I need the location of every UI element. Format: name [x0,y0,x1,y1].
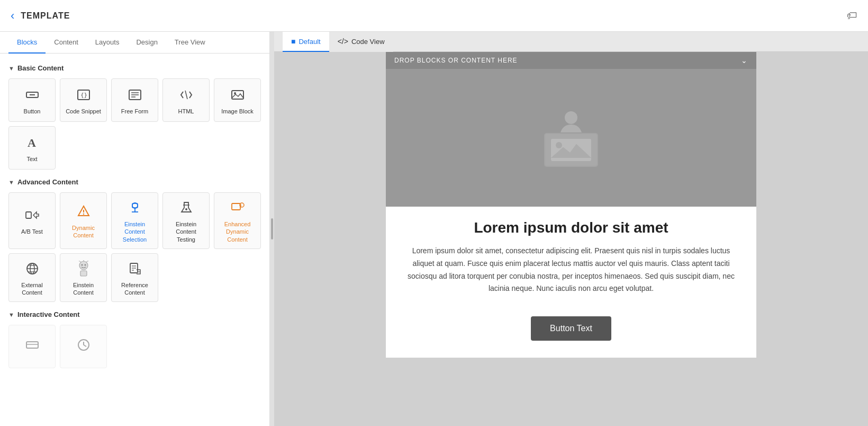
external-content-icon [23,259,42,278]
svg-point-15 [83,214,84,215]
canvas-tab-default[interactable]: ■ Default [283,32,329,52]
svg-text:!: ! [240,204,241,207]
block-item-dynamic-content[interactable]: Dynamic Content [60,192,107,249]
blocks-panel: ▼ Basic Content Button [0,54,269,426]
block-label-image-block: Image Block [221,108,254,115]
html-icon [177,85,196,104]
einstein-content-testing-icon [177,198,196,217]
svg-rect-12 [26,212,31,218]
content-heading: Lorem ipsum dolor sit amet [407,219,735,236]
block-item-interactive-2[interactable] [60,325,107,368]
image-placeholder [386,69,756,207]
tab-design[interactable]: Design [128,32,166,54]
reference-content-icon [125,259,144,278]
content-block: Lorem ipsum dolor sit amet Lorem ipsum d… [386,69,756,358]
text-icon: A [23,133,42,152]
block-label-dynamic-content: Dynamic Content [64,224,103,239]
svg-rect-22 [232,203,240,210]
enhanced-dynamic-content-icon: ! [228,198,247,217]
block-label-code-snippet: Code Snippet [66,108,101,115]
svg-text:A: A [28,136,36,149]
advanced-content-grid: A/B Test Dynamic Content [8,192,261,302]
block-item-reference-content[interactable]: Reference Content [111,253,158,303]
chevron-down-icon: ▼ [8,65,14,72]
right-panel: ■ Default </> Code View DROP BLOCKS OR C… [274,32,868,426]
block-item-ab-test[interactable]: A/B Test [8,192,56,249]
image-block-icon [228,85,247,104]
section-header-interactive-content[interactable]: ▼ Interactive Content [8,310,261,318]
basic-content-grid: Button {} Code Snippet [8,78,261,170]
panel-divider [270,32,274,426]
section-header-advanced-content[interactable]: ▼ Advanced Content [8,178,261,186]
interactive-content-grid [8,325,261,368]
block-label-button: Button [24,108,41,115]
block-item-einstein-content-selection[interactable]: Einstein Content Selection [111,192,158,249]
back-button[interactable]: ‹ [11,9,14,23]
free-form-icon [125,85,144,104]
tab-content[interactable]: Content [46,32,87,54]
svg-point-32 [84,264,86,265]
chevron-down-icon-interactive: ▼ [8,312,14,318]
block-label-external-content: External Content [12,281,52,297]
image-placeholder-icon [534,106,608,170]
canvas-tabs: ■ Default </> Code View [274,32,868,52]
canvas-area: DROP BLOCKS OR CONTENT HERE ⌄ [274,52,868,426]
content-text-area: Lorem ipsum dolor sit amet Lorem ipsum d… [386,207,756,304]
tab-tree-view[interactable]: Tree View [166,32,214,54]
block-item-image-block[interactable]: Image Block [214,78,261,122]
block-item-free-form[interactable]: Free Form [111,78,158,122]
content-body: Lorem ipsum dolor sit amet, consectetur … [407,245,735,295]
button-area: Button Text [386,316,756,341]
canvas-tab-code-view-label: Code View [351,38,385,46]
svg-rect-33 [80,271,87,276]
canvas-tab-default-label: Default [299,38,320,46]
header: ‹ TEMPLATE 🏷 [0,0,868,32]
block-item-external-content[interactable]: External Content [8,253,56,303]
tag-icon[interactable]: 🏷 [847,10,857,22]
chevron-down-icon-advanced: ▼ [8,179,14,185]
canvas-tab-code-view[interactable]: </> Code View [329,32,393,52]
interactive-1-icon [23,335,42,354]
svg-text:{}: {} [80,92,87,99]
svg-point-44 [565,111,577,124]
drop-zone-banner[interactable]: DROP BLOCKS OR CONTENT HERE ⌄ [386,52,756,69]
drop-zone-label: DROP BLOCKS OR CONTENT HERE [394,57,518,64]
block-item-interactive-1[interactable] [8,325,56,368]
block-label-enhanced-dynamic-content: Enhanced Dynamic Content [218,220,257,243]
block-label-einstein-content: Einstein Content [64,281,103,297]
code-icon: </> [338,37,348,46]
svg-rect-39 [26,342,38,348]
tab-blocks[interactable]: Blocks [8,32,46,54]
svg-point-30 [79,261,88,270]
block-item-enhanced-dynamic-content[interactable]: ! Enhanced Dynamic Content [214,192,261,249]
ab-test-icon [23,206,42,225]
block-item-button[interactable]: Button [8,78,56,122]
section-label-advanced-content: Advanced Content [17,178,78,186]
section-header-basic-content[interactable]: ▼ Basic Content [8,64,261,72]
block-label-html: HTML [178,108,194,115]
block-item-code-snippet[interactable]: {} Code Snippet [60,78,107,122]
dynamic-content-icon [74,202,93,221]
block-label-text: Text [26,155,37,163]
block-label-ab-test: A/B Test [21,228,43,235]
svg-rect-9 [232,91,243,99]
block-item-text[interactable]: A Text [8,126,56,170]
einstein-content-selection-icon [125,198,144,217]
block-item-einstein-content[interactable]: Einstein Content [60,253,107,303]
block-label-einstein-content-testing: Einstein Content Testing [166,220,206,243]
svg-line-43 [84,345,86,347]
block-item-einstein-content-testing[interactable]: Einstein Content Testing [162,192,210,249]
page-title: TEMPLATE [21,11,70,21]
left-panel: Blocks Content Layouts Design Tree View … [0,32,270,426]
layout-icon: ■ [291,37,295,46]
svg-point-31 [81,264,83,265]
main-layout: Blocks Content Layouts Design Tree View … [0,32,868,426]
einstein-content-icon [74,259,93,278]
interactive-2-icon [74,335,93,354]
tab-layouts[interactable]: Layouts [87,32,128,54]
button-icon [23,85,42,104]
code-snippet-icon: {} [74,85,93,104]
cta-button[interactable]: Button Text [531,316,611,341]
section-label-interactive-content: Interactive Content [17,310,80,318]
block-item-html[interactable]: HTML [162,78,210,122]
